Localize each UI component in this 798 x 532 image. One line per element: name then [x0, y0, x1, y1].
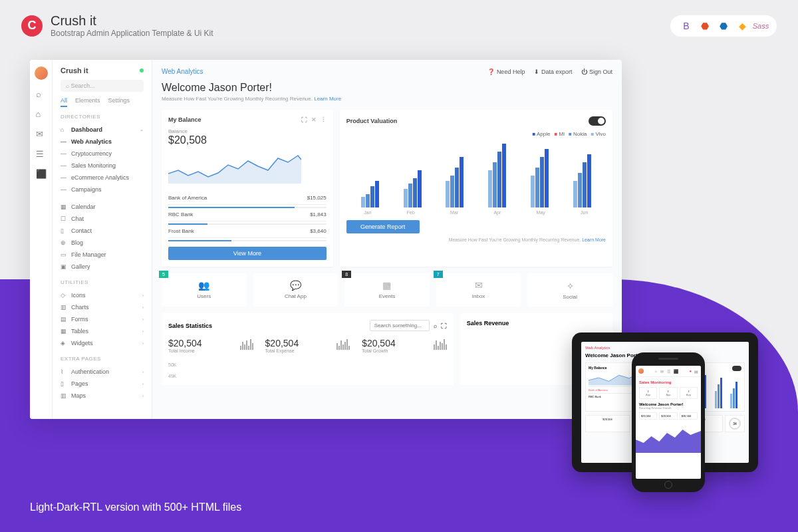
- balance-sparkline: [168, 150, 301, 184]
- breadcrumb: Web Analytics: [162, 68, 203, 75]
- section-directories: DIRECTORIES: [61, 114, 144, 120]
- nav-crypto[interactable]: —Cryptocurrency: [61, 148, 144, 160]
- folder-icon[interactable]: ⬛: [36, 169, 47, 180]
- card-title: Sales Statistics: [168, 323, 212, 329]
- nav-gallery[interactable]: ▣Gallery: [61, 261, 144, 273]
- footer-text: Light-Dark-RTL version with 500+ HTML fi…: [30, 501, 241, 513]
- balance-value: $20,508: [168, 134, 327, 146]
- css3-icon: ⬣: [717, 19, 730, 33]
- nav-icons[interactable]: ◇Icons›: [61, 289, 144, 301]
- valuation-bars: [346, 141, 606, 207]
- dashboard-window: ⌕ ⌂ ✉ ☰ ⬛ Crush it ⌕ Search... All Eleme…: [30, 60, 622, 419]
- sidebar: Crush it ⌕ Search... All Elements Settin…: [53, 60, 152, 419]
- search-icon[interactable]: ⌕: [36, 89, 47, 100]
- chat-icon: ☐: [61, 215, 67, 222]
- quick-inbox[interactable]: 7✉Inbox: [436, 273, 521, 307]
- tab-settings[interactable]: Settings: [108, 97, 130, 107]
- nav-web-analytics[interactable]: —Web Analytics: [61, 136, 144, 148]
- nav-forms[interactable]: ▤Forms›: [61, 313, 144, 325]
- nav-charts[interactable]: ▥Charts›: [61, 301, 144, 313]
- toggle-switch[interactable]: [589, 116, 606, 126]
- chart-legend: Apple Mi Nokia Vivo: [346, 131, 606, 137]
- bootstrap-icon: B: [680, 19, 693, 33]
- expand-icon[interactable]: ⛶: [301, 116, 307, 123]
- stats-search-input[interactable]: [370, 320, 430, 331]
- lock-icon: ⌇: [61, 368, 67, 375]
- data-export-link[interactable]: ⬇ Data export: [534, 68, 572, 75]
- quick-actions: 5👥Users 💬Chat App 8▦Events 7✉Inbox ⟡Soci…: [162, 273, 612, 307]
- balance-card: My Balance ⛶✕⋮ Balance $20,508 Bank of A…: [162, 110, 333, 267]
- expand-icon[interactable]: ⛶: [441, 323, 447, 329]
- tab-all[interactable]: All: [61, 97, 67, 107]
- signout-link[interactable]: ⏻ Sign Out: [581, 68, 612, 75]
- share-icon: ⟡: [531, 280, 608, 291]
- product-title: Crush it: [51, 13, 213, 29]
- tab-elements[interactable]: Elements: [75, 97, 100, 107]
- logo-icon: C: [21, 15, 43, 37]
- home-icon[interactable]: ⌂: [36, 109, 47, 120]
- widget-icon: ◈: [61, 340, 67, 346]
- grunt-icon: ◆: [735, 19, 749, 33]
- nav-calendar[interactable]: ▦Calendar: [61, 201, 144, 213]
- view-more-button[interactable]: View More: [168, 247, 327, 260]
- chat-icon[interactable]: ☰: [36, 149, 47, 160]
- more-icon[interactable]: ⋮: [321, 116, 327, 123]
- quick-social[interactable]: ⟡Social: [527, 273, 612, 307]
- nav-blog[interactable]: ⊕Blog: [61, 237, 144, 249]
- quick-events[interactable]: 8▦Events: [344, 273, 430, 307]
- valuation-card: Product Valuation Apple Mi Nokia Vivo: [340, 110, 612, 267]
- page-icon: ▯: [61, 380, 67, 387]
- nav-sales-monitoring[interactable]: —Sales Monitoring: [61, 160, 144, 172]
- bank-row: Frost Bank$3,640: [168, 225, 327, 238]
- bank-row: Bank of America$15,025: [168, 192, 327, 205]
- tech-badges: B ⬣ ⬣ ◆ Sass: [670, 15, 777, 37]
- generate-report-button[interactable]: Generate Report: [346, 220, 420, 233]
- mail-icon[interactable]: ✉: [36, 129, 47, 140]
- nav-chat[interactable]: ☐Chat: [61, 213, 144, 225]
- bank-row: RBC Bank$1,843: [168, 208, 327, 221]
- inbox-icon: ✉: [440, 280, 517, 291]
- sidebar-brand: Crush it: [61, 66, 144, 74]
- need-help-link[interactable]: ❓ Need Help: [487, 68, 525, 75]
- home-icon: ⌂: [61, 126, 67, 133]
- close-icon[interactable]: ✕: [311, 116, 317, 123]
- y-axis-label: 49K: [168, 374, 447, 378]
- users-icon: 👥: [166, 280, 243, 291]
- sidebar-search[interactable]: ⌕ Search...: [61, 80, 144, 92]
- nav-maps[interactable]: ▥Maps›: [61, 390, 144, 402]
- chevron-down-icon: ⌄: [140, 127, 144, 132]
- map-icon: ▥: [61, 392, 67, 399]
- chart-icon: ▥: [61, 304, 67, 311]
- section-utilities: UTILITIES: [61, 279, 144, 285]
- table-icon: ▦: [61, 328, 67, 334]
- folder-icon: ▭: [61, 251, 67, 258]
- search-icon[interactable]: ⌕: [434, 323, 437, 329]
- status-dot-icon: [140, 68, 144, 72]
- quick-chat[interactable]: 💬Chat App: [253, 273, 338, 307]
- nav-dashboard[interactable]: ⌂Dashboard⌄: [61, 124, 144, 136]
- chat-icon: 💬: [257, 280, 334, 291]
- stat-growth: $20,504Total Growth: [362, 338, 447, 353]
- section-extra: EXTRA PAGES: [61, 356, 144, 362]
- sidebar-tabs: All Elements Settings: [61, 97, 144, 107]
- calendar-icon: ▦: [348, 280, 426, 291]
- nav-filemanager[interactable]: ▭File Manager: [61, 249, 144, 261]
- welcome-title: Welcome Jason Porter!: [162, 82, 612, 94]
- nav-ecommerce[interactable]: —eCommerce Analytics: [61, 172, 144, 184]
- card-title: Product Valuation: [346, 118, 398, 124]
- quick-users[interactable]: 5👥Users: [162, 273, 247, 307]
- main-content: Web Analytics ❓ Need Help ⬇ Data export …: [152, 60, 622, 419]
- welcome-subtitle: Measure How Fast You're Growing Monthly …: [162, 96, 612, 102]
- stat-income: $20,504Total Income: [168, 338, 253, 353]
- nav-tables[interactable]: ▦Tables›: [61, 325, 144, 337]
- y-axis-label: 50K: [168, 362, 447, 367]
- nav-pages[interactable]: ▯Pages›: [61, 378, 144, 390]
- nav-auth[interactable]: ⌇Authentication›: [61, 366, 144, 378]
- nav-widgets[interactable]: ◈Widgets›: [61, 337, 144, 349]
- contact-icon: ▯: [61, 227, 67, 234]
- nav-contact[interactable]: ▯Contact: [61, 225, 144, 237]
- nav-campaigns[interactable]: —Campaigns: [61, 184, 144, 196]
- tag-icon: ◇: [61, 292, 67, 299]
- avatar[interactable]: [35, 66, 48, 80]
- learn-more-link[interactable]: Learn More: [314, 96, 341, 102]
